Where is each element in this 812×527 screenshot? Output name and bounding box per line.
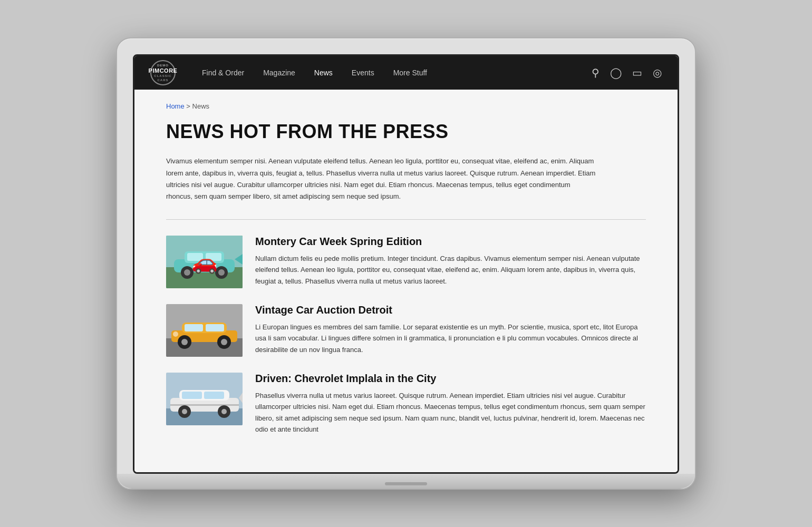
laptop-frame: DEMO PimCore CLASSIC CARS Find & Order M… (116, 37, 696, 489)
svg-point-9 (218, 269, 225, 276)
news-body-2: Vintage Car Auction Detroit Li Europan l… (255, 304, 646, 355)
page-intro: Vivamus elementum semper nisi. Aenean vu… (166, 155, 598, 202)
site-logo[interactable]: DEMO PimCore CLASSIC CARS (150, 60, 176, 85)
news-body-1: Montery Car Week Spring Edition Nullam d… (255, 236, 646, 287)
logo-circle: DEMO PimCore CLASSIC CARS (150, 60, 176, 85)
news-title-3[interactable]: Driven: Chevrolet Implala in the City (255, 373, 646, 385)
nav-more-stuff[interactable]: More Stuff (393, 69, 427, 77)
news-image-3[interactable] (166, 373, 243, 425)
news-excerpt-1: Nullam dictum felis eu pede mollis preti… (255, 253, 646, 287)
svg-rect-4 (187, 253, 203, 261)
svg-point-7 (184, 269, 190, 276)
navbar: DEMO PimCore CLASSIC CARS Find & Order M… (134, 56, 678, 90)
news-item-1: Montery Car Week Spring Edition Nullam d… (166, 236, 646, 288)
svg-point-21 (173, 331, 178, 337)
main-content: Home > News NEWS HOT FROM THE PRESS Viva… (134, 90, 678, 472)
svg-rect-26 (182, 392, 202, 399)
nav-events[interactable]: Events (352, 69, 374, 77)
breadcrumb: Home > News (166, 102, 646, 110)
language-icon[interactable]: ◎ (653, 66, 662, 79)
nav-find-order[interactable]: Find & Order (202, 69, 244, 77)
logo-demo-text: DEMO (157, 64, 169, 67)
news-image-2[interactable] (166, 304, 243, 357)
page-title: NEWS HOT FROM THE PRESS (166, 121, 646, 143)
svg-rect-16 (206, 324, 224, 331)
nav-magazine[interactable]: Magazine (263, 69, 295, 77)
svg-rect-15 (185, 324, 203, 331)
news-title-2[interactable]: Vintage Car Auction Detroit (255, 304, 646, 316)
screen: DEMO PimCore CLASSIC CARS Find & Order M… (133, 54, 679, 473)
logo-brand-text: PimCore (149, 67, 178, 74)
news-excerpt-2: Li Europan lingues es membres del sam fa… (255, 321, 646, 355)
nav-icon-group: ⚲ ◯ ▭ ◎ (592, 66, 662, 79)
news-item-2: Vintage Car Auction Detroit Li Europan l… (166, 304, 646, 357)
news-excerpt-3: Phasellus viverra nulla ut metus varius … (255, 390, 646, 435)
nav-news[interactable]: News (314, 69, 333, 77)
svg-point-31 (182, 409, 187, 414)
svg-rect-27 (204, 392, 224, 399)
cart-icon[interactable]: ▭ (632, 66, 642, 79)
nav-links: Find & Order Magazine News Events More S… (202, 69, 592, 77)
news-image-1[interactable] (166, 236, 243, 288)
svg-point-33 (221, 409, 227, 414)
svg-rect-28 (170, 404, 239, 406)
news-item-3: Driven: Chevrolet Implala in the City Ph… (166, 373, 646, 435)
news-body-3: Driven: Chevrolet Implala in the City Ph… (255, 373, 646, 435)
logo-sub-text: CLASSIC CARS (151, 74, 175, 82)
breadcrumb-separator: > (186, 102, 190, 110)
laptop-base (117, 474, 695, 489)
svg-point-20 (221, 339, 227, 345)
breadcrumb-home[interactable]: Home (166, 102, 185, 110)
user-icon[interactable]: ◯ (610, 66, 622, 79)
news-title-1[interactable]: Montery Car Week Spring Edition (255, 236, 646, 248)
svg-point-18 (181, 339, 188, 345)
divider (166, 219, 646, 220)
breadcrumb-current: News (192, 102, 210, 110)
search-icon[interactable]: ⚲ (592, 66, 600, 79)
svg-rect-5 (206, 253, 221, 261)
